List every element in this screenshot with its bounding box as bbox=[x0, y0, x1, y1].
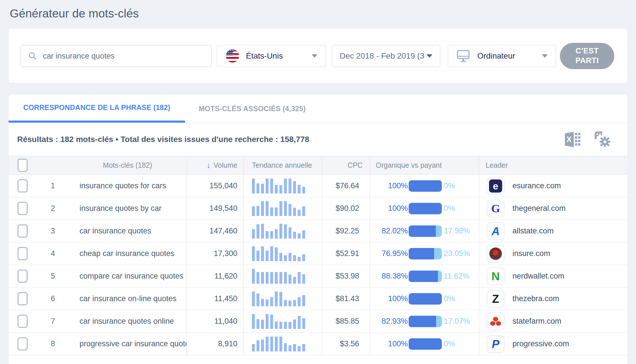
table-row: 5compare car insurance quotes11,620$53.9… bbox=[9, 265, 627, 288]
cpc-cell: $52.91 bbox=[322, 243, 369, 265]
leader-domain: thezebra.com bbox=[512, 294, 559, 303]
trend-bar bbox=[270, 297, 273, 306]
row-rank: 3 bbox=[37, 220, 69, 242]
leader-favicon-thezebra-icon: Z bbox=[487, 290, 504, 308]
trend-bar bbox=[270, 231, 273, 239]
leader-domain: esurance.com bbox=[512, 181, 561, 190]
trend-bar bbox=[298, 210, 301, 216]
chevron-down-icon bbox=[542, 54, 548, 58]
row-rank: 4 bbox=[37, 243, 69, 265]
trend-bar bbox=[270, 337, 273, 351]
trend-bar bbox=[270, 272, 273, 284]
trend-bar bbox=[289, 253, 291, 261]
trend-bar bbox=[293, 181, 296, 193]
trend-bar-chart bbox=[252, 201, 305, 216]
cpc-cell: $3.56 bbox=[322, 333, 369, 355]
paid-percent: 17.07% bbox=[444, 317, 470, 326]
row-checkbox[interactable] bbox=[17, 179, 28, 193]
row-checkbox[interactable] bbox=[17, 269, 28, 283]
table-settings-icon[interactable] bbox=[594, 131, 611, 148]
tab-phrase-match[interactable]: CORRESPONDANCE DE LA PHRASE (182) bbox=[9, 95, 185, 123]
organic-fill bbox=[409, 180, 442, 192]
trend-bar bbox=[275, 185, 278, 193]
table-row: 6car insurance on-line quotes11,450$81.4… bbox=[9, 288, 627, 310]
row-checkbox[interactable] bbox=[17, 315, 28, 328]
trend-bar bbox=[284, 272, 287, 284]
search-input[interactable] bbox=[43, 52, 197, 61]
desktop-icon bbox=[457, 49, 470, 63]
trend-bar bbox=[302, 230, 305, 239]
organic-percent: 100% bbox=[370, 294, 408, 303]
row-rank: 8 bbox=[37, 333, 69, 355]
select-all-checkbox[interactable] bbox=[17, 159, 28, 172]
cpc-cell: $81.43 bbox=[322, 288, 369, 310]
trend-bar bbox=[293, 255, 296, 261]
trend-bar bbox=[261, 272, 264, 284]
submit-button[interactable]: C'EST PARTI bbox=[560, 43, 614, 69]
row-checkbox[interactable] bbox=[17, 292, 28, 305]
volume-column-header[interactable]: ↓ Volume bbox=[186, 156, 243, 174]
paid-percent: 17.98% bbox=[444, 227, 470, 235]
device-select[interactable]: Ordinateur bbox=[448, 45, 556, 67]
paid-percent: 23.05% bbox=[444, 249, 470, 258]
trend-bar bbox=[284, 224, 287, 238]
trend-bar bbox=[275, 247, 278, 261]
table-row: 3car insurance quotes147,460$92.2582.02%… bbox=[9, 220, 627, 243]
row-checkbox[interactable] bbox=[17, 247, 28, 260]
trend-bar bbox=[275, 272, 278, 284]
tab-related-keywords[interactable]: MOTS-CLÉS ASSOCIÉS (4,325) bbox=[185, 95, 319, 123]
cpc-cell: $90.02 bbox=[322, 197, 369, 219]
organic-paid-bar bbox=[409, 271, 442, 282]
keyword-cell: progressive car insurance quotes bbox=[69, 333, 186, 355]
leader-cell: Pprogressive.com bbox=[479, 333, 627, 355]
trend-bar bbox=[261, 201, 264, 216]
trend-bar bbox=[252, 344, 255, 351]
organic-fill bbox=[409, 293, 442, 305]
organic-vs-paid-cell: 100%0% bbox=[369, 288, 479, 310]
leader-favicon-nerdwallet-icon: N bbox=[487, 267, 504, 285]
keyword-search-field[interactable] bbox=[21, 45, 212, 67]
date-range-select[interactable]: Dec 2018 - Feb 2019 (3 bbox=[332, 45, 440, 67]
organic-vs-paid-cell: 100%0% bbox=[369, 175, 479, 197]
organic-paid-bar bbox=[409, 338, 442, 350]
country-label: États-Unis bbox=[246, 51, 283, 61]
organic-percent: 82.93% bbox=[370, 317, 408, 326]
organic-paid-bar bbox=[409, 203, 442, 214]
trend-bar bbox=[275, 207, 278, 216]
leader-domain: insure.com bbox=[512, 249, 550, 258]
trend-bar bbox=[289, 179, 291, 193]
trend-bar bbox=[270, 207, 273, 216]
row-rank: 2 bbox=[37, 197, 69, 219]
trend-bar bbox=[302, 274, 305, 283]
row-checkbox[interactable] bbox=[17, 224, 28, 238]
trend-bar bbox=[257, 293, 259, 306]
organic-percent: 100% bbox=[370, 204, 408, 213]
device-label: Ordinateur bbox=[477, 51, 515, 61]
export-excel-icon[interactable]: X bbox=[563, 131, 581, 148]
trend-bar bbox=[252, 314, 255, 329]
trend-bar bbox=[279, 224, 282, 239]
trend-bar bbox=[252, 179, 255, 193]
table-row: 1insurance quotes for cars155,040$76.641… bbox=[9, 175, 627, 197]
organic-vs-paid-cell: 82.02%17.98% bbox=[369, 220, 479, 242]
leader-favicon-sphere-icon bbox=[487, 245, 504, 263]
leader-column-header: Leader bbox=[479, 156, 627, 174]
row-checkbox[interactable] bbox=[17, 202, 28, 215]
trend-bar bbox=[257, 319, 259, 329]
trend-bar-chart bbox=[252, 269, 305, 284]
table-row: 7car insurance quotes online11,040$85.85… bbox=[9, 310, 627, 333]
paid-percent: 0% bbox=[444, 204, 455, 213]
trend-bar bbox=[261, 246, 264, 261]
country-select[interactable]: États-Unis bbox=[217, 45, 326, 67]
organic-percent: 100% bbox=[370, 339, 408, 348]
organic-percent: 82.02% bbox=[370, 227, 408, 235]
row-checkbox[interactable] bbox=[17, 337, 28, 351]
row-rank: 6 bbox=[37, 288, 69, 310]
volume-cell: 149,540 bbox=[186, 197, 243, 219]
leader-cell: Aallstate.com bbox=[479, 220, 627, 242]
trend-bar bbox=[293, 277, 296, 283]
cpc-column-header: CPC bbox=[322, 156, 369, 174]
trend-bar bbox=[289, 345, 291, 351]
rank-column-header bbox=[37, 156, 69, 174]
volume-cell: 11,040 bbox=[186, 310, 243, 332]
